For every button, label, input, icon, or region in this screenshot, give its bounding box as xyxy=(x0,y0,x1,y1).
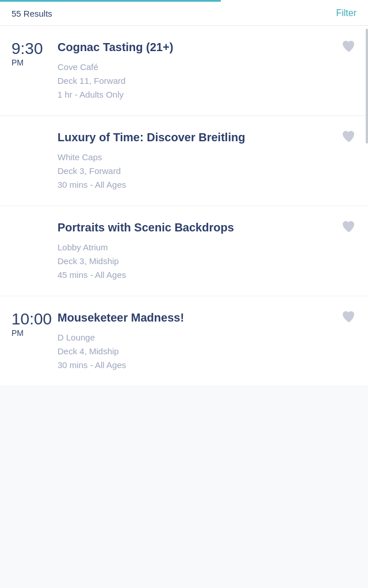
event-venue: D LoungeDeck 4, Midship30 mins - All Age… xyxy=(57,331,334,372)
event-time: 9:30PM xyxy=(12,40,57,67)
event-content: Cognac Tasting (21+)Cove CaféDeck 11, Fo… xyxy=(57,40,356,102)
events-list: 9:30PMCognac Tasting (21+)Cove CaféDeck … xyxy=(0,26,368,386)
event-item: 10:00PMMouseketeer Madness!D LoungeDeck … xyxy=(0,296,368,386)
event-item: Portraits with Scenic BackdropsLobby Atr… xyxy=(0,206,368,296)
event-venue: White CapsDeck 3, Forward30 mins - All A… xyxy=(57,150,334,192)
favorite-button[interactable] xyxy=(342,310,356,324)
time-period: PM xyxy=(12,58,24,67)
favorite-button[interactable] xyxy=(342,130,356,144)
event-item: 9:30PMCognac Tasting (21+)Cove CaféDeck … xyxy=(0,26,368,116)
event-title: Cognac Tasting (21+) xyxy=(57,40,334,55)
time-period: PM xyxy=(12,328,24,338)
event-time: 10:00PM xyxy=(12,310,57,338)
results-count: 55 Results xyxy=(12,9,52,18)
event-content: Portraits with Scenic BackdropsLobby Atr… xyxy=(57,220,356,282)
event-content: Mouseketeer Madness!D LoungeDeck 4, Mids… xyxy=(57,310,356,372)
heart-icon xyxy=(342,40,356,53)
header-bar: 55 Results Filter xyxy=(0,0,368,26)
time-hour: 9:30 xyxy=(12,41,43,57)
event-venue: Cove CaféDeck 11, Forward1 hr - Adults O… xyxy=(57,60,334,102)
event-title: Portraits with Scenic Backdrops xyxy=(57,220,334,235)
heart-icon xyxy=(342,130,356,144)
event-title: Mouseketeer Madness! xyxy=(57,310,334,325)
event-item: Luxury of Time: Discover BreitlingWhite … xyxy=(0,116,368,206)
filter-button[interactable]: Filter xyxy=(336,8,356,18)
event-venue: Lobby AtriumDeck 3, Midship45 mins - All… xyxy=(57,241,334,282)
heart-icon xyxy=(342,220,356,234)
event-content: Luxury of Time: Discover BreitlingWhite … xyxy=(57,130,356,192)
time-hour: 10:00 xyxy=(12,311,52,327)
favorite-button[interactable] xyxy=(342,220,356,234)
progress-bar xyxy=(0,0,221,2)
favorite-button[interactable] xyxy=(342,40,356,53)
event-title: Luxury of Time: Discover Breitling xyxy=(57,130,334,145)
scrollbar[interactable] xyxy=(366,29,368,144)
heart-icon xyxy=(342,310,356,324)
